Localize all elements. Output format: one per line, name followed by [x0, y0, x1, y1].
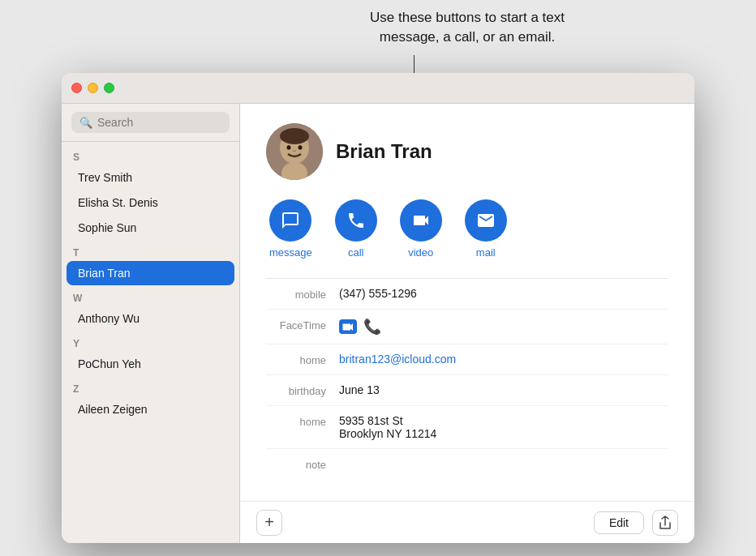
contact-item-brian-tran[interactable]: Brian Tran: [67, 261, 234, 285]
contact-item-anthony-wu[interactable]: Anthony Wu: [67, 306, 234, 331]
contact-item-aileen[interactable]: Aileen Zeigen: [67, 397, 234, 421]
mail-button[interactable]: [465, 199, 507, 242]
info-row-facetime: FaceTime 📞: [266, 310, 668, 344]
address-value[interactable]: 5935 81st StBrooklyn NY 11214: [339, 414, 668, 440]
share-button[interactable]: [652, 510, 678, 536]
facetime-phone-icon[interactable]: 📞: [363, 318, 381, 336]
info-row-email: home britran123@icloud.com: [266, 344, 668, 375]
mobile-value[interactable]: (347) 555-1296: [339, 287, 668, 300]
video-button[interactable]: [400, 199, 442, 242]
detail-panel: Brian Tran message: [240, 104, 694, 543]
info-row-note: note: [266, 449, 668, 479]
app-window: 🔍 S Trev Smith Elisha St. Denis Sophie S…: [62, 73, 694, 543]
call-icon: [346, 211, 366, 230]
sidebar: 🔍 S Trev Smith Elisha St. Denis Sophie S…: [62, 104, 240, 543]
mail-icon: [476, 211, 496, 230]
minimize-button[interactable]: [88, 83, 98, 93]
call-label: call: [348, 246, 364, 259]
main-container: Use these buttons to start a textmessage…: [0, 0, 756, 556]
contact-item-sophie[interactable]: Sophie Sun: [67, 216, 234, 240]
section-header-z: Z: [62, 377, 239, 396]
search-input[interactable]: [97, 116, 221, 129]
contact-item-trev-smith[interactable]: Trev Smith: [67, 165, 234, 190]
detail-footer: + Edit: [240, 501, 694, 543]
contact-item-elisha[interactable]: Elisha St. Denis: [67, 190, 234, 215]
video-label: video: [408, 246, 433, 259]
video-action[interactable]: video: [400, 199, 442, 259]
footer-right: Edit: [594, 510, 678, 536]
call-action[interactable]: call: [335, 199, 377, 259]
add-button[interactable]: +: [256, 510, 282, 536]
info-row-birthday: birthday June 13: [266, 375, 668, 406]
avatar: [266, 123, 323, 180]
tooltip-text: Use these buttons to start a textmessage…: [370, 8, 565, 47]
section-header-t: T: [62, 241, 239, 260]
svg-point-5: [299, 145, 303, 150]
section-header-y: Y: [62, 331, 239, 351]
contact-name: Brian Tran: [336, 140, 432, 163]
search-bar: 🔍: [62, 104, 239, 142]
address-label: home: [266, 414, 339, 428]
email-value[interactable]: britran123@icloud.com: [339, 353, 668, 366]
video-icon: [411, 211, 431, 230]
mobile-label: mobile: [266, 287, 339, 301]
facetime-icons: 📞: [339, 318, 381, 336]
note-label: note: [266, 457, 339, 471]
email-label: home: [266, 353, 339, 366]
traffic-lights: [71, 83, 114, 93]
svg-point-3: [280, 128, 309, 144]
contact-list: S Trev Smith Elisha St. Denis Sophie Sun…: [62, 142, 239, 543]
edit-button[interactable]: Edit: [594, 511, 644, 534]
search-icon: 🔍: [79, 117, 92, 129]
search-wrapper[interactable]: 🔍: [71, 112, 230, 133]
maximize-button[interactable]: [104, 83, 114, 93]
info-row-address: home 5935 81st StBrooklyn NY 11214: [266, 406, 668, 449]
section-header-w: W: [62, 286, 239, 306]
edit-label: Edit: [609, 516, 629, 529]
title-bar: [62, 73, 694, 104]
message-action[interactable]: message: [269, 199, 312, 259]
action-buttons: message call: [266, 199, 668, 259]
birthday-value: June 13: [339, 383, 668, 396]
facetime-video-icon[interactable]: [339, 319, 357, 334]
message-button[interactable]: [269, 199, 311, 242]
section-header-s: S: [62, 145, 239, 165]
message-label: message: [269, 246, 312, 259]
mail-label: mail: [476, 246, 496, 259]
main-content: 🔍 S Trev Smith Elisha St. Denis Sophie S…: [62, 104, 694, 543]
birthday-label: birthday: [266, 383, 339, 397]
facetime-video-svg: [342, 323, 354, 331]
call-button[interactable]: [335, 199, 377, 242]
mail-action[interactable]: mail: [465, 199, 507, 259]
facetime-label: FaceTime: [266, 318, 339, 331]
avatar-image: [266, 123, 323, 180]
contact-header: Brian Tran: [266, 123, 668, 180]
svg-point-4: [287, 145, 291, 150]
info-row-mobile: mobile (347) 555-1296: [266, 279, 668, 310]
share-icon: [659, 515, 672, 530]
contact-detail: Brian Tran message: [240, 104, 694, 501]
message-icon: [281, 211, 300, 230]
contact-item-pochun[interactable]: PoChun Yeh: [67, 352, 234, 376]
close-button[interactable]: [71, 83, 82, 93]
